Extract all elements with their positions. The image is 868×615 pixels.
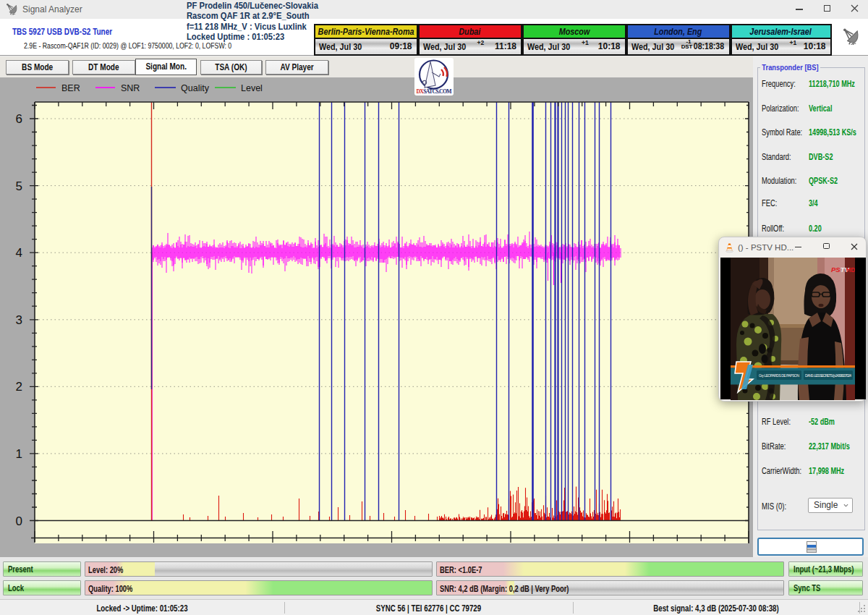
- svg-text:DXSATCS.COM: DXSATCS.COM: [417, 88, 453, 95]
- svg-text:6: 6: [16, 112, 22, 126]
- svg-text:Quality: Quality: [181, 83, 210, 93]
- svg-text:DANS : LES SECRETS ((+24308207: DANS : LES SECRETS ((+24308207024: [805, 373, 851, 377]
- svg-text:Gry LEOPARDS DE PAPSON: Gry LEOPARDS DE PAPSON: [759, 373, 799, 377]
- svg-text:0: 0: [16, 514, 22, 528]
- svg-text:5: 5: [16, 179, 22, 193]
- svg-text:4: 4: [16, 246, 22, 260]
- svg-text:HD: HD: [846, 266, 855, 273]
- svg-text:BER: BER: [61, 83, 80, 93]
- svg-text:Level: Level: [241, 83, 263, 93]
- svg-text:2: 2: [16, 380, 22, 394]
- svg-text:3: 3: [16, 313, 22, 327]
- svg-text:1: 1: [16, 447, 22, 461]
- svg-text:SNR: SNR: [121, 83, 140, 93]
